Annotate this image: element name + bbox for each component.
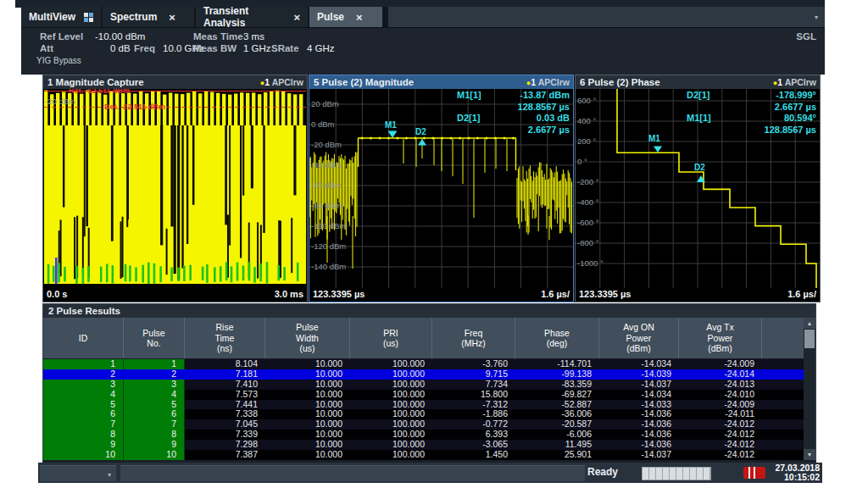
y-axis-tick: 0 ° [577, 157, 587, 166]
column-header[interactable]: Freq (MHz) [432, 318, 515, 358]
column-header[interactable]: Avg ON Power (dBm) [599, 318, 679, 358]
results-title-bar[interactable]: 2 Pulse Results [43, 304, 815, 318]
x-axis-bar: 123.3395 µs 1.6 µs/ [576, 288, 820, 302]
x-start: 123.3395 µs [579, 288, 631, 301]
column-header[interactable]: PRI (us) [350, 318, 432, 358]
yig-bypass-label: YIG Bypass [36, 56, 81, 65]
table-cell: 10 [43, 450, 124, 460]
y-axis-tick: -200 ° [577, 177, 598, 186]
marker-m1-label[interactable]: M1 [648, 134, 660, 143]
table-row[interactable]: 557.44110.000100.000-7.312-52.887-14.033… [43, 400, 815, 410]
table-cell: 15.800 [432, 390, 515, 400]
y-axis-tick: 0 dBm [311, 119, 334, 129]
ref-level-value[interactable]: -10.00 dBm [95, 31, 145, 42]
table-cell: 7.573 [185, 390, 265, 400]
tab-pulse[interactable]: Pulse × [309, 7, 382, 27]
table-row[interactable]: 227.18110.000100.0009.715-99.138-14.039-… [43, 369, 815, 380]
column-header[interactable] [762, 318, 805, 358]
marker-value: 128.8567 µs [518, 102, 570, 114]
column-header[interactable]: Avg Tx Power (dBm) [679, 318, 762, 358]
x-start: 123.3395 µs [313, 288, 364, 301]
table-cell [762, 419, 805, 430]
y-axis-tick: -800 ° [577, 238, 598, 247]
window-title: 6 Pulse (2) Phase [580, 77, 660, 87]
results-title: 2 Pulse Results [48, 306, 120, 316]
trace-badge: ●1 APClrw [260, 75, 303, 89]
table-cell: 25.901 [515, 450, 599, 460]
column-header[interactable]: Pulse No. [124, 318, 185, 358]
scroll-up-icon[interactable]: ▲ [804, 318, 815, 329]
meas-bw-value[interactable]: 1 GHz [243, 43, 271, 53]
table-cell: -14.034 [599, 390, 679, 400]
status-message-panel [120, 465, 585, 481]
table-cell: -24.012 [679, 450, 762, 460]
table-cell: -99.138 [515, 369, 599, 380]
sgl-indicator: SGL [796, 31, 816, 42]
window-title-bar[interactable]: 1 Magnitude Capture ●1 APClrw [43, 75, 307, 89]
table-row[interactable]: 337.41010.000100.0007.734-83.359-14.037-… [43, 380, 815, 390]
column-header[interactable]: ID [43, 318, 124, 358]
table-cell: 10.000 [265, 380, 350, 390]
table-row[interactable]: 447.57310.000100.00015.800-69.827-14.034… [43, 390, 815, 400]
table-cell: 9.715 [432, 369, 515, 380]
column-header[interactable]: Phase (deg) [515, 318, 599, 358]
window-title-bar[interactable]: 6 Pulse (2) Phase ●1 APClrw [576, 75, 820, 89]
column-header[interactable]: Pulse Width (us) [265, 318, 350, 358]
tab-spectrum[interactable]: Spectrum × [103, 7, 194, 27]
table-cell: 7.410 [185, 380, 265, 390]
y-axis-tick: -40 dBm [311, 160, 342, 169]
srate-value[interactable]: 4 GHz [307, 43, 335, 53]
scrollbar-thumb[interactable] [804, 330, 815, 348]
marker-value: 2.6677 µs [775, 102, 816, 114]
window-pulse-phase: 6 Pulse (2) Phase ●1 APClrw D2[1]-178.99… [575, 75, 821, 302]
close-icon[interactable]: × [169, 12, 175, 23]
y-axis-tick: -120 dBm [311, 241, 346, 251]
att-value[interactable]: 0 dB [110, 43, 131, 53]
table-cell: 7.734 [432, 380, 515, 390]
window-pulse-results: 2 Pulse Results IDPulse No.Rise Time (ns… [42, 303, 816, 463]
marker-m1-label[interactable]: M1 [385, 120, 397, 130]
tab-transient-label: Transient Analysis [203, 5, 281, 29]
status-dropdown[interactable]: ▾ [40, 465, 116, 481]
tab-transient-analysis[interactable]: Transient Analysis × [196, 7, 308, 27]
table-cell: 100.000 [350, 390, 432, 400]
table-cell [762, 359, 805, 369]
ref-level-label: Ref Level [40, 31, 83, 42]
table-cell: 4 [43, 390, 124, 400]
results-table-header: IDPulse No.Rise Time (ns)Pulse Width (us… [43, 318, 815, 359]
table-row[interactable]: 997.29810.000100.000-3.06511.495-14.036-… [43, 440, 815, 450]
y-axis-tick: -80 dBm [311, 201, 342, 210]
table-cell [762, 409, 805, 419]
column-header[interactable]: Rise Time (ns) [185, 318, 265, 358]
y-axis-tick: -400 ° [577, 197, 598, 207]
table-row[interactable]: 777.04510.000100.000-0.772-20.587-14.036… [43, 419, 815, 430]
y-axis-tick: 600 ° [577, 96, 596, 105]
table-cell: -24.010 [679, 390, 762, 400]
meas-time-value[interactable]: 3 ms [243, 31, 264, 42]
tab-multiview[interactable]: MultiView [21, 7, 101, 27]
marker-d2-label[interactable]: D2 [694, 163, 705, 172]
table-cell: -69.827 [515, 390, 599, 400]
y-axis-tick: -140 dBm [311, 262, 346, 271]
y-axis-tick: -20 dBm [311, 140, 342, 149]
x-scale: 1.6 µs/ [541, 288, 570, 301]
table-row[interactable]: 887.33910.000100.0006.393-6.006-14.036-2… [43, 430, 815, 440]
table-cell: 10.000 [265, 369, 350, 380]
scroll-down-icon[interactable]: ▼ [804, 449, 815, 460]
y-axis-tick: -100 dBm [311, 221, 346, 230]
table-cell: 7.181 [185, 369, 265, 380]
marker-d2-label[interactable]: D2 [415, 127, 426, 136]
pulse-magnitude-plot: M1[1]-13.87 dBm 128.8567 µs D2[1]0.03 dB… [309, 89, 573, 288]
window-title-bar[interactable]: 5 Pulse (2) Magnitude ●1 APClrw [309, 75, 573, 89]
table-cell: 2 [43, 369, 124, 380]
tab-bar-fill: ▾ [388, 7, 825, 27]
chevron-down-icon[interactable]: ▾ [815, 14, 818, 21]
table-row[interactable]: 667.33810.000100.000-1.886-36.006-14.036… [43, 409, 815, 419]
table-row[interactable]: 10107.38710.000100.0001.45025.901-14.037… [43, 450, 815, 460]
y-axis-tick: 20 dBm [311, 99, 339, 108]
multiview-grid-icon [84, 13, 93, 22]
vertical-scrollbar[interactable]: ▲ ▼ [804, 318, 815, 460]
close-icon[interactable]: × [293, 12, 300, 23]
close-icon[interactable]: × [356, 12, 363, 23]
table-row[interactable]: 118.10410.000100.000-3.760-114.701-14.03… [43, 359, 815, 369]
